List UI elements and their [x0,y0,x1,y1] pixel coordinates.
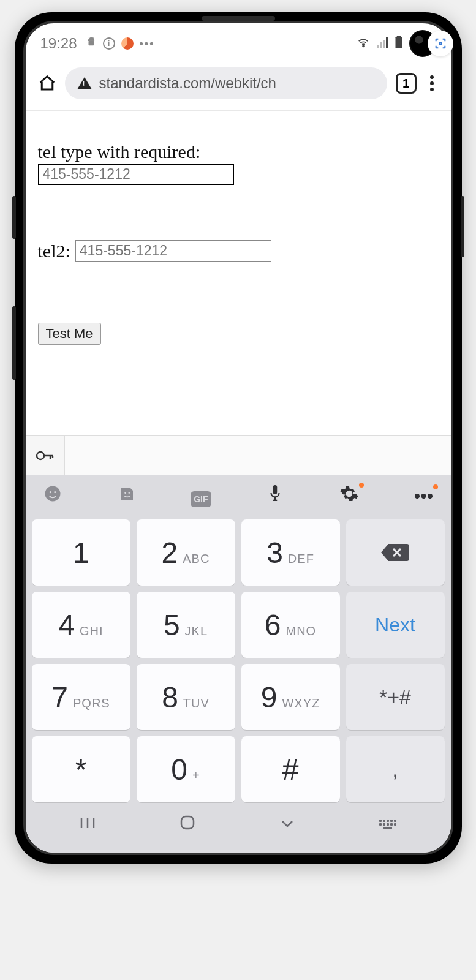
key-next[interactable]: Next [346,592,445,658]
svg-rect-4 [380,42,382,48]
suggestion-bar [26,435,451,475]
info-icon: i [103,37,115,50]
svg-point-0 [439,42,442,45]
key-symbols[interactable]: *+# [346,664,445,730]
svg-point-10 [45,486,60,502]
svg-point-2 [363,45,364,47]
password-key-icon[interactable] [26,436,65,475]
test-me-button[interactable]: Test Me [38,323,101,345]
key-0[interactable]: 0+ [137,736,235,802]
svg-rect-6 [386,37,388,48]
home-button[interactable] [179,814,196,835]
svg-rect-19 [181,816,194,829]
key-6[interactable]: 6MNO [241,592,340,658]
svg-rect-3 [377,45,379,48]
signal-icon [376,36,388,51]
key-hash[interactable]: # [241,736,340,802]
phone-frame: 19:28 i ••• [15,12,462,864]
keyboard: GIF ••• 1 2ABC 3DEF [26,475,451,853]
url-bar[interactable]: standardista.com/webkit/ch [65,67,387,99]
svg-point-12 [54,491,56,493]
tel1-input[interactable] [38,164,234,185]
settings-icon[interactable] [337,484,361,508]
tel1-label: tel type with required: [38,141,439,162]
svg-rect-8 [395,37,402,48]
home-icon[interactable] [38,74,56,92]
browser-toolbar: standardista.com/webkit/ch 1 [26,60,451,111]
screenshot-scan-icon[interactable] [428,31,453,56]
battery-icon [395,36,403,52]
more-horizontal-icon: ••• [140,37,155,50]
swirl-app-icon [121,37,134,50]
android-debug-icon [86,37,97,51]
tel2-label: tel2: [38,241,70,262]
key-5[interactable]: 5JKL [137,592,235,658]
svg-point-14 [128,492,130,494]
key-4[interactable]: 4GHI [32,592,130,658]
more-icon[interactable]: ••• [411,486,436,507]
tel2-input[interactable] [75,240,271,262]
key-star[interactable]: * [32,736,130,802]
back-button[interactable] [279,815,296,834]
page-content: tel type with required: tel2: Test Me [26,111,451,435]
svg-point-11 [49,491,51,493]
key-8[interactable]: 8TUV [137,664,235,730]
phone-speaker [202,16,275,21]
key-backspace[interactable] [346,519,445,586]
svg-rect-1 [88,40,94,45]
svg-rect-5 [383,40,385,48]
key-3[interactable]: 3DEF [241,519,340,586]
status-clock: 19:28 [40,35,77,52]
tab-switcher[interactable]: 1 [396,73,417,94]
emoji-icon[interactable] [40,484,65,507]
wifi-icon [357,36,370,52]
hide-keyboard-icon[interactable] [379,820,397,829]
svg-point-13 [124,492,126,494]
mic-icon[interactable] [263,483,287,508]
status-bar: 19:28 i ••• [26,23,451,60]
keyboard-toolbar: GIF ••• [26,475,451,519]
recents-button[interactable] [79,815,96,834]
insecure-site-icon [77,77,92,89]
sticker-icon[interactable] [115,484,139,507]
key-1[interactable]: 1 [32,519,130,586]
svg-rect-7 [396,36,401,37]
gif-icon[interactable]: GIF [189,486,213,507]
svg-point-9 [37,452,44,459]
tab-count-value: 1 [402,77,409,91]
android-nav-bar [26,809,451,845]
browser-menu-icon[interactable] [425,73,439,94]
key-comma[interactable]: , [346,736,445,802]
url-text: standardista.com/webkit/ch [99,75,276,92]
key-7[interactable]: 7PQRS [32,664,130,730]
key-9[interactable]: 9WXYZ [241,664,340,730]
key-2[interactable]: 2ABC [137,519,235,586]
svg-rect-15 [273,485,278,494]
